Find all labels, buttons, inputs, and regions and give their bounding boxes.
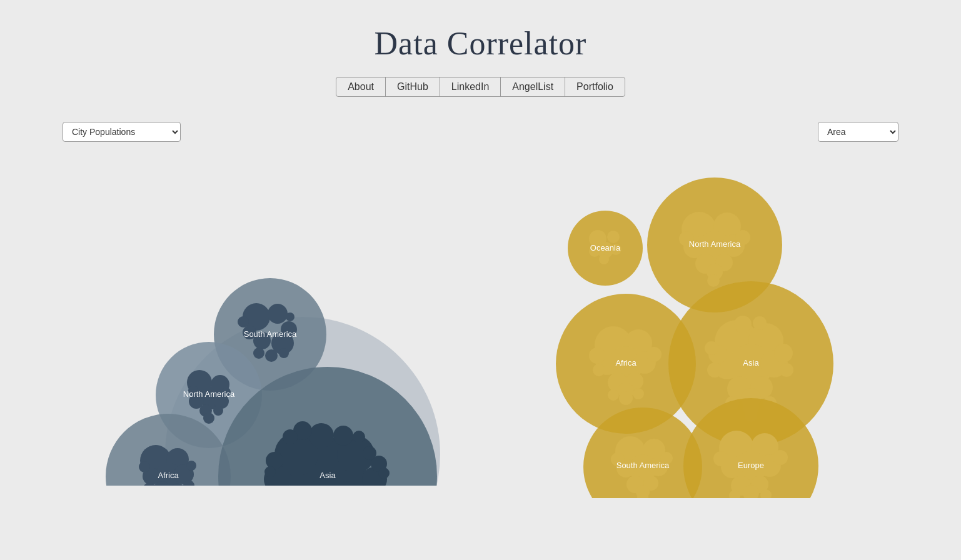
svg-point-122 (593, 364, 605, 376)
svg-point-3 (268, 304, 288, 324)
right-svg: Oceania North America (533, 148, 883, 498)
asia-label-right: Asia (743, 358, 759, 368)
nav-linkedin[interactable]: LinkedIn (440, 78, 501, 96)
south-america-label: South America (244, 329, 297, 339)
svg-point-61 (363, 446, 376, 460)
right-dataset-select[interactable]: Area Population GDP (818, 122, 898, 142)
svg-point-9 (279, 348, 289, 358)
svg-point-10 (253, 348, 264, 359)
nav-about[interactable]: About (336, 78, 386, 96)
svg-point-120 (608, 389, 619, 401)
svg-point-121 (633, 388, 644, 399)
svg-point-91 (607, 231, 620, 243)
nav-github[interactable]: GitHub (386, 78, 440, 96)
svg-point-137 (707, 362, 722, 378)
right-bubble-chart: Oceania North America (533, 148, 883, 501)
svg-point-107 (707, 274, 720, 287)
svg-point-21 (203, 412, 214, 424)
main-content: City Populations Country Populations GDP (0, 109, 961, 513)
right-chart-section: Area Population GDP Oceania (481, 122, 937, 501)
svg-point-165 (773, 450, 788, 465)
asia-label-left: Asia (320, 471, 336, 480)
north-america-label-left: North America (183, 389, 235, 399)
left-chart-section: City Populations Country Populations GDP (25, 122, 481, 488)
svg-point-67 (264, 466, 276, 478)
north-america-label-right: North America (689, 239, 741, 249)
svg-point-48 (309, 423, 334, 448)
svg-point-142 (705, 341, 718, 355)
svg-point-141 (753, 316, 767, 330)
africa-label-left: Africa (158, 471, 179, 480)
svg-point-8 (265, 349, 278, 362)
svg-point-20 (213, 406, 223, 416)
oceania-label-right: Oceania (590, 243, 621, 252)
svg-point-49 (333, 426, 353, 446)
svg-point-117 (589, 348, 605, 364)
svg-point-66 (378, 468, 390, 479)
svg-point-140 (734, 316, 752, 333)
page-header: Data Correlator About GitHub LinkedIn An… (336, 0, 625, 109)
svg-point-133 (774, 344, 793, 362)
svg-point-119 (619, 391, 633, 405)
svg-point-63 (283, 429, 298, 444)
south-america-label-right: South America (616, 461, 669, 470)
right-select-wrapper: Area Population GDP (818, 122, 898, 142)
nav-portfolio[interactable]: Portfolio (565, 78, 625, 96)
left-bubble-chart: South America North America (59, 148, 446, 488)
svg-point-95 (599, 254, 609, 264)
svg-point-164 (713, 451, 728, 466)
left-svg: South America North America (59, 148, 446, 486)
svg-point-64 (353, 431, 365, 443)
svg-point-138 (780, 363, 793, 377)
left-dataset-select[interactable]: City Populations Country Populations GDP (63, 122, 181, 142)
left-select-wrapper: City Populations Country Populations GDP (63, 122, 181, 142)
svg-point-11 (238, 316, 249, 328)
page-title: Data Correlator (336, 25, 625, 62)
svg-point-38 (186, 461, 196, 471)
africa-label-right: Africa (615, 358, 636, 368)
svg-point-118 (647, 347, 662, 362)
nav-angellist[interactable]: AngelList (501, 78, 565, 96)
svg-point-37 (139, 461, 150, 472)
nav-bar: About GitHub LinkedIn AngelList Portfoli… (336, 77, 625, 97)
svg-point-12 (286, 312, 294, 321)
europe-label-right: Europe (738, 461, 764, 470)
